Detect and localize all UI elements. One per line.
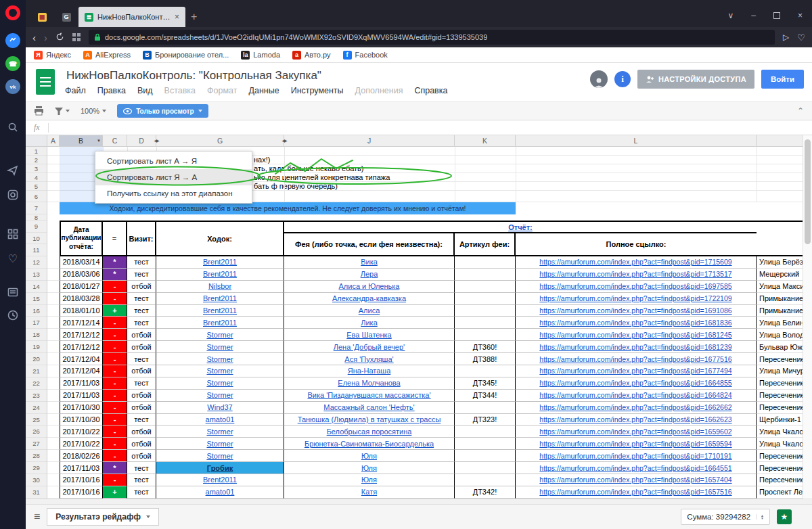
column-header-a[interactable]: A [47,135,60,146]
cell-feya[interactable]: Яна-Наташа [284,365,455,377]
window-minimize-button[interactable]: – [751,11,756,20]
feya-link[interactable]: Вика 'Пизданувшаяся массажистка' [307,391,430,399]
row-number[interactable]: 24 [26,402,47,414]
menu-item[interactable]: Справка [414,86,447,95]
cell-visit[interactable]: тест [127,377,156,390]
context-menu-item[interactable]: Сортировать лист Я → А [95,169,252,185]
hodok-link[interactable]: Гробик [207,464,233,472]
hodok-link[interactable]: Brent2011 [203,270,237,278]
cell-visit[interactable]: отбой [127,341,156,353]
row-number[interactable]: 25 [26,414,47,426]
row-number[interactable]: 10 [26,233,47,244]
cell-date[interactable]: 2017/11/03 [60,390,103,402]
cell-hodok[interactable]: Stormer [156,341,284,353]
cell-col-a[interactable] [47,365,60,377]
row-number[interactable]: 29 [26,462,47,474]
my-flow-send-icon[interactable] [5,162,21,179]
document-title[interactable]: НижНовПалкоКонтроль: "Контрольная Закупк… [66,69,321,83]
feya-link[interactable]: Массажный салон 'Нефть' [323,403,414,411]
row-number[interactable]: 28 [26,450,47,462]
cell-artikul[interactable] [455,365,516,377]
cell-mark[interactable]: + [103,486,127,499]
cell-url[interactable]: https://amurforum.com/index.php?act=find… [516,305,757,317]
cell-col-a[interactable] [47,341,60,353]
hodok-link[interactable]: Stormer [206,367,233,375]
cell-hodok[interactable]: Brent2011 [156,317,284,329]
cell-hodok[interactable]: Brent2011 [156,305,284,317]
cell-visit[interactable]: отбой [127,281,156,293]
feya-link[interactable]: Брюнетка-Свиноматка-Биосарделька [304,440,434,448]
cell-visit[interactable]: тест [127,293,156,305]
context-menu-item[interactable]: Сортировать лист А → Я [95,153,252,169]
cell-url[interactable]: https://amurforum.com/index.php?act=find… [516,293,757,305]
cell-hodok[interactable]: Stormer [156,365,284,377]
anonymous-avatar[interactable] [590,70,608,88]
hodok-link[interactable]: Brent2011 [203,306,237,315]
cell-feya[interactable]: Катя [284,486,455,499]
cell-date[interactable]: 2017/10/30 [60,402,103,414]
report-url-link[interactable]: https://amurforum.com/index.php?act=find… [539,306,731,315]
vertical-scrollbar-thumb[interactable] [805,139,811,244]
cell-artikul[interactable]: ДТ342! [455,486,516,499]
cell-hodok-selected[interactable]: Гробик [156,462,284,474]
feya-link[interactable]: Вика [361,258,378,266]
cell-url[interactable]: https://amurforum.com/index.php?act=find… [516,486,757,499]
report-url-link[interactable]: https://amurforum.com/index.php?act=find… [539,391,731,399]
cell-url[interactable]: https://amurforum.com/index.php?act=find… [516,414,757,426]
feya-link[interactable]: Алиса и Юленька [339,282,400,290]
cell-col-a[interactable] [47,256,60,269]
cell-feya[interactable]: Лена 'Добрый вечер' [284,341,455,353]
column-header-l[interactable]: L [516,135,757,146]
hodok-link[interactable]: Nilsbor [208,282,231,290]
report-header-link[interactable]: Отчёт: [508,223,533,231]
cell-url[interactable]: https://amurforum.com/index.php?act=find… [516,281,757,293]
cell-col-a[interactable] [47,281,60,293]
hodok-link[interactable]: Stormer [206,331,233,339]
cell-artikul[interactable]: ДТ323! [455,414,516,426]
cell-date[interactable]: 2017/12/04 [60,365,103,377]
cell-col-a[interactable] [47,269,60,281]
hodok-link[interactable]: Brent2011 [203,319,237,327]
browser-tab-pinned-2[interactable]: G [54,7,78,27]
cell-visit[interactable]: тест [127,462,156,474]
hodok-link[interactable]: Stormer [206,343,233,351]
row-number[interactable]: 22 [26,377,47,390]
history-clock-icon[interactable] [5,307,21,323]
cell-col-a[interactable] [47,329,60,341]
row-number[interactable]: 3 [26,164,47,173]
feya-link[interactable]: Юля [361,476,377,484]
cell-url[interactable]: https://amurforum.com/index.php?act=find… [516,329,757,341]
cell-col-a[interactable] [47,305,60,317]
cell-feya[interactable]: Алиса [284,305,455,317]
report-url-link[interactable]: https://amurforum.com/index.php?act=find… [539,476,731,484]
context-menu-item[interactable]: Получить ссылку на этот диапазон [95,185,252,202]
bookmark-item[interactable]: fFacebook [343,51,388,60]
cell-visit[interactable]: тест [127,486,156,499]
cell-date[interactable]: 2017/11/03 [60,462,103,474]
cell-url[interactable]: https://amurforum.com/index.php?act=find… [516,438,757,450]
header-cell-feya[interactable]: Фея (либо точка, если фея неизвестна): [284,233,455,255]
cell-date[interactable]: 2018/02/26 [60,450,103,462]
cell-feya[interactable]: Брюнетка-Свиноматка-Биосарделька [284,438,455,450]
feya-link[interactable]: Лика [361,319,378,327]
cell-feya[interactable]: Юля [284,474,455,486]
speed-dial-grid-icon[interactable] [5,226,21,242]
vertical-scrollbar[interactable] [803,135,812,499]
hodok-link[interactable]: Stormer [206,440,233,448]
column-header-c[interactable]: C [103,135,127,146]
cell-url[interactable]: https://amurforum.com/index.php?act=find… [516,426,757,438]
cell-visit[interactable]: отбой [127,402,156,414]
row-number[interactable]: 31 [26,486,47,499]
sheets-file-icon[interactable] [35,68,55,98]
cell-artikul[interactable] [455,438,516,450]
cell-artikul[interactable]: ДТ344! [455,390,516,402]
cell-url[interactable]: https://amurforum.com/index.php?act=find… [516,462,757,474]
forward-button[interactable]: › [44,32,47,43]
row-number[interactable]: 19 [26,341,47,353]
row-number[interactable]: 16 [26,305,47,317]
report-url-link[interactable]: https://amurforum.com/index.php?act=find… [539,440,731,448]
report-url-link[interactable]: https://amurforum.com/index.php?act=find… [539,367,731,375]
row-number[interactable]: 17 [26,317,47,329]
new-tab-button[interactable]: + [191,11,197,23]
row-number[interactable]: 18 [26,329,47,341]
